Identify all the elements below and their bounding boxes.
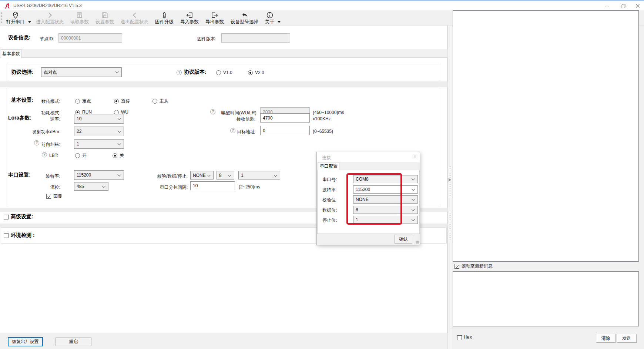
toolbar-firmware-upgrade[interactable]: 固件升级 (152, 10, 177, 25)
send-input-area[interactable] (453, 271, 639, 326)
flow-control-combo[interactable]: 485 (74, 182, 108, 191)
toolbar-import-params[interactable]: 导入参数 (177, 10, 202, 25)
dialog-stopbits-combo[interactable]: 1 (353, 216, 418, 224)
chevron-right-icon (46, 11, 54, 19)
radio-label: 主从 (160, 98, 168, 104)
rx-channel-field[interactable]: 4700 (260, 113, 310, 123)
toolbar-read-params[interactable]: 读取参数 (67, 10, 92, 25)
toolbar-enter-config[interactable]: 进入配置状态 (33, 10, 67, 25)
radio-lbt-on[interactable]: 开 (75, 152, 87, 159)
about-dropdown-caret-icon[interactable] (278, 21, 281, 23)
databits-combo[interactable]: 8 (217, 171, 234, 179)
radio-label: V2.0 (255, 70, 264, 75)
target-address-field[interactable]: 0 (260, 126, 310, 135)
radio-lbt-off[interactable]: 关 (113, 152, 124, 159)
toolbar-exit-config[interactable]: 退出配置状态 (117, 10, 152, 25)
parity-combo[interactable]: NONE (190, 171, 214, 179)
checkbox-box (46, 194, 51, 199)
dialog-resize-grip[interactable] (416, 241, 419, 244)
dialog-close-icon[interactable]: x (412, 154, 418, 159)
toolbar-set-params[interactable]: 设置参数 (92, 10, 117, 25)
chevron-down-icon (118, 117, 121, 120)
open-port-dropdown-caret-icon[interactable] (28, 21, 31, 23)
wake-time-range: (450~10000)ms (313, 110, 344, 115)
tab-basic-params[interactable]: 基本参数 (1, 49, 21, 58)
splitter-collapse-arrow-icon[interactable] (449, 178, 451, 182)
splitter-dots (450, 211, 450, 240)
panel-splitter[interactable] (447, 26, 452, 349)
scroll-latest-checkbox[interactable]: 滚动至最新消息 (455, 263, 493, 269)
document-search-icon (76, 11, 83, 19)
radio-protocol-v1[interactable]: V1.0 (216, 70, 232, 75)
close-button[interactable] (631, 1, 644, 11)
packet-interval-field[interactable]: 10 (190, 181, 235, 190)
fec-combo[interactable]: 1 (74, 139, 124, 149)
send-button[interactable]: 发送 (617, 334, 637, 343)
receive-log-area[interactable] (453, 10, 639, 262)
help-icon (42, 152, 47, 157)
protocol-combo-value: 点对点 (44, 69, 57, 75)
advanced-settings-label: 高级设置: (11, 214, 33, 220)
protocol-select-label: 协议选择: (11, 69, 34, 75)
minimize-icon (605, 4, 609, 8)
env-detection-checkbox[interactable]: 环境检测 : (4, 232, 35, 239)
firmware-version-field[interactable] (221, 33, 290, 43)
radio-circle (248, 70, 253, 75)
chevron-down-icon (228, 173, 232, 177)
advanced-settings-checkbox[interactable]: 高级设置: (4, 214, 33, 220)
dialog-confirm-button[interactable]: 确认 (395, 235, 412, 244)
clear-button[interactable]: 清除 (596, 334, 616, 343)
radio-mode-fixed[interactable]: 定点 (75, 98, 91, 104)
target-address-label: 目标地址: (237, 129, 255, 135)
fec-value: 1 (77, 141, 79, 147)
dialog-port-combo[interactable]: COM8 (353, 175, 418, 183)
dialog-port-label: 串口号: (322, 177, 337, 183)
tx-power-value: 22 (77, 129, 81, 134)
factory-reset-button[interactable]: 恢复出厂设置 (8, 337, 43, 346)
chevron-down-icon (102, 184, 106, 188)
tx-power-label: 发射功率dBm: (15, 129, 60, 135)
restart-button[interactable]: 重启 (56, 338, 91, 346)
databits-value: 8 (219, 173, 222, 178)
rate-combo[interactable]: 10 (74, 114, 124, 124)
tx-power-combo[interactable]: 22 (74, 127, 124, 136)
dialog-baud-label: 波特率: (322, 187, 337, 193)
dialog-databits-combo[interactable]: 8 (353, 206, 418, 214)
protocol-combo[interactable]: 点对点 (41, 67, 122, 77)
rocket-icon (161, 11, 168, 19)
chevron-down-icon (412, 218, 415, 221)
echo-checkbox[interactable]: 回显 (46, 193, 62, 199)
dialog-titlebar[interactable] (317, 152, 420, 162)
dialog-baud-combo[interactable]: 115200 (353, 185, 418, 194)
button-label: 恢复出厂设置 (12, 339, 39, 345)
dialog-tab-serial-config[interactable]: 串口配置 (318, 162, 339, 170)
toolbar-label: 打开串口 (6, 19, 25, 25)
button-label: 重启 (69, 339, 78, 345)
radio-protocol-v2[interactable]: V2.0 (248, 70, 264, 75)
toolbar-export-params[interactable]: 导出参数 (202, 10, 227, 25)
radio-label: 透传 (121, 98, 130, 104)
restore-button[interactable] (617, 1, 629, 11)
toolbar-device-model[interactable]: 设备型号选择 (227, 10, 262, 25)
checkbox-box (4, 233, 9, 238)
import-arrow-icon (186, 11, 193, 19)
dialog-parity-combo[interactable]: NONE (353, 195, 418, 204)
packet-interval-label: 串口分包间隔: (150, 184, 188, 191)
rate-label: 速率: (22, 116, 60, 123)
export-arrow-icon (211, 11, 218, 19)
toolbar-open-port[interactable]: 打开串口 (3, 10, 28, 25)
radio-mode-transparent[interactable]: 透传 (114, 98, 130, 104)
toolbar-label: 关于 (265, 19, 274, 25)
stopbits-combo[interactable]: 1 (238, 171, 280, 179)
minimize-button[interactable] (601, 1, 613, 11)
baud-combo[interactable]: 115200 (74, 170, 124, 180)
radio-mode-master-slave[interactable]: 主从 (152, 98, 168, 104)
hex-checkbox[interactable]: Hex (457, 335, 472, 340)
rate-value: 10 (77, 116, 81, 121)
app-logo-icon (4, 3, 10, 11)
checkbox-label: Hex (464, 335, 472, 340)
node-id-field[interactable]: 00000001 (58, 33, 122, 43)
toolbar-about[interactable]: 关于 (262, 10, 278, 25)
chevron-down-icon (412, 197, 415, 201)
protocol-version-label: 协议版本: (184, 69, 207, 75)
